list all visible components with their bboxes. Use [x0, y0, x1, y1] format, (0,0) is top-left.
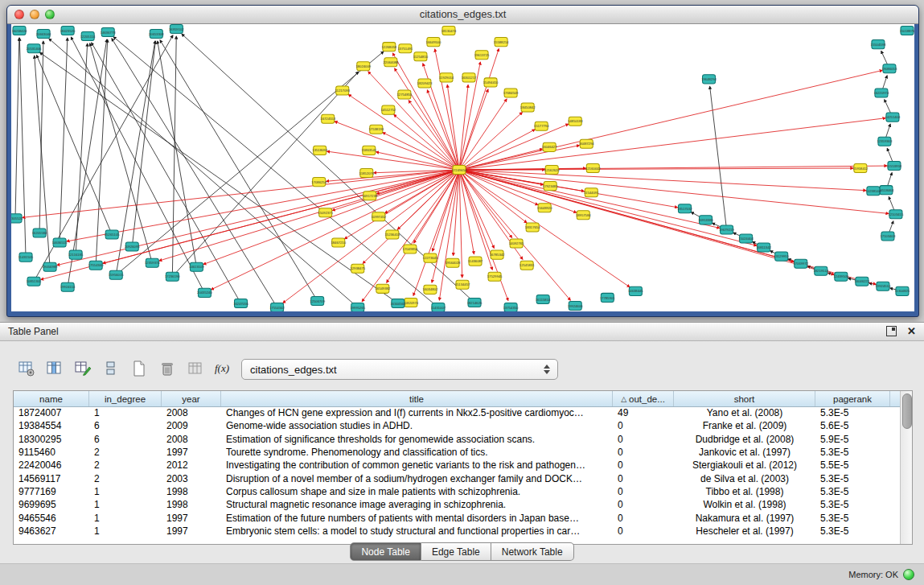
graph-node[interactable]: 11929014: [439, 73, 454, 82]
window-titlebar[interactable]: citations_edges.txt: [7, 6, 918, 24]
graph-node[interactable]: 19086053: [882, 64, 897, 73]
table-source-select[interactable]: citations_edges.txt: [241, 359, 558, 380]
graph-node[interactable]: 20531406: [27, 44, 42, 53]
graph-node[interactable]: 15018876: [900, 27, 914, 35]
graph-node[interactable]: 17529945: [487, 272, 503, 281]
graph-node[interactable]: 12359374: [145, 258, 160, 267]
graph-node[interactable]: 13518092: [312, 146, 327, 154]
graph-node[interactable]: 19564028: [446, 258, 461, 267]
graph-node[interactable]: 11431007: [431, 303, 446, 311]
graph-node[interactable]: 11852076: [359, 169, 375, 178]
graph-node[interactable]: 18450842: [520, 103, 536, 112]
graph-node[interactable]: 12545831: [519, 261, 535, 270]
graph-node[interactable]: 13129955: [774, 252, 789, 261]
graph-node[interactable]: 15092371: [318, 208, 333, 217]
graph-node[interactable]: 15863541: [361, 146, 376, 154]
graph-node[interactable]: 18214626: [467, 298, 483, 307]
graph-node[interactable]: 17554342: [269, 303, 285, 311]
graph-node[interactable]: 16953386: [698, 216, 713, 225]
graph-node[interactable]: 14613109: [189, 262, 204, 271]
graph-node[interactable]: 17103403: [881, 232, 896, 241]
graph-node[interactable]: 18130474: [441, 27, 457, 35]
graph-node[interactable]: 18957584: [576, 211, 591, 220]
network-canvas[interactable]: 1724965412162620160464271517779418450842…: [11, 24, 914, 311]
graph-node[interactable]: 12160442: [585, 163, 601, 172]
graph-node[interactable]: 18423520: [60, 27, 76, 35]
graph-node[interactable]: 17538193: [368, 125, 384, 134]
graph-node[interactable]: 15134457: [455, 280, 470, 289]
graph-node[interactable]: 20435240: [197, 288, 212, 297]
graph-node[interactable]: 14638445: [628, 286, 643, 295]
graph-node[interactable]: 16046427: [542, 142, 557, 151]
graph-node[interactable]: 25265105: [105, 230, 120, 239]
show-columns-icon[interactable]: [43, 356, 67, 381]
graph-node[interactable]: 16344560: [391, 299, 406, 307]
function-builder-icon[interactable]: f(x): [211, 356, 236, 381]
graph-node[interactable]: 15504598: [871, 40, 886, 49]
graph-node[interactable]: 11544091: [584, 188, 599, 197]
graph-node[interactable]: 16058424: [12, 27, 27, 35]
table-row[interactable]: 969969511998Structural magnetic resonanc…: [14, 498, 900, 511]
graph-node[interactable]: 16549382: [375, 284, 390, 293]
column-header-year[interactable]: year: [162, 391, 221, 406]
graph-node[interactable]: 12439505: [834, 272, 849, 281]
graph-node[interactable]: 15177794: [534, 122, 549, 130]
graph-node[interactable]: 17554340: [88, 261, 104, 270]
graph-node[interactable]: 16724553: [320, 114, 335, 123]
graph-node[interactable]: 16034802: [423, 285, 438, 294]
graph-node[interactable]: 18467210: [331, 238, 346, 247]
graph-node[interactable]: 14636778: [101, 28, 116, 37]
graph-node[interactable]: 11217093: [335, 86, 351, 95]
graph-node[interactable]: 12268058: [382, 43, 397, 51]
graph-node[interactable]: 17086254: [311, 178, 326, 187]
column-header-name[interactable]: name: [14, 391, 89, 406]
graph-node[interactable]: 12273645: [423, 253, 438, 262]
table-row[interactable]: 1456911722003Disruption of a novel membe…: [14, 472, 900, 484]
table-row[interactable]: 946554611997Estimation of the future num…: [14, 511, 900, 524]
graph-node[interactable]: 19679219: [719, 225, 734, 234]
close-panel-icon[interactable]: ✕: [906, 325, 918, 337]
table-panel-header[interactable]: Table Panel ✕: [0, 323, 924, 341]
graph-node[interactable]: 12103415: [889, 210, 904, 219]
table-row[interactable]: 2242004622012Investigating the contribut…: [14, 459, 900, 472]
table-scrollbar-thumb[interactable]: [902, 393, 912, 429]
graph-node[interactable]: 15958412: [853, 163, 869, 172]
table-mode-icon[interactable]: [14, 356, 39, 381]
graph-node[interactable]: 16487294: [579, 139, 594, 148]
tab-node-table[interactable]: Node Table: [350, 542, 421, 561]
graph-node[interactable]: 19648294: [701, 75, 717, 84]
table-row[interactable]: 1872400712008Changes of HCN gene express…: [14, 406, 900, 419]
graph-node[interactable]: 16518464: [879, 186, 894, 195]
graph-node[interactable]: 14636515: [52, 238, 68, 247]
graph-node[interactable]: 22064088: [384, 58, 399, 67]
graph-node[interactable]: 12116185: [68, 250, 84, 259]
column-header-out_de[interactable]: △out_de...: [613, 391, 674, 406]
graph-node[interactable]: 16811342: [756, 243, 771, 252]
graph-node[interactable]: 15648920: [537, 204, 552, 212]
row-options-icon[interactable]: [99, 356, 123, 381]
graph-node[interactable]: 16917239: [362, 192, 377, 200]
graph-node[interactable]: 17785901: [600, 293, 615, 302]
graph-node[interactable]: 19924114: [60, 282, 76, 291]
graph-node[interactable]: 19924510: [876, 282, 891, 290]
column-header-pagerank[interactable]: pagerank: [815, 391, 890, 406]
graph-node[interactable]: 20653308: [149, 30, 164, 39]
graph-node[interactable]: 16959102: [169, 25, 184, 34]
graph-node[interactable]: 12359363: [877, 137, 893, 146]
graph-node[interactable]: 15494410: [483, 78, 499, 87]
graph-node[interactable]: 14512752: [381, 105, 396, 114]
graph-node[interactable]: 17236190: [165, 272, 180, 281]
tab-edge-table[interactable]: Edge Table: [421, 542, 491, 561]
graph-node[interactable]: 11436087: [468, 257, 483, 266]
graph-node[interactable]: 10851301: [27, 277, 42, 286]
column-header-title[interactable]: title: [221, 391, 613, 406]
graph-node[interactable]: 18219514: [813, 266, 828, 275]
graph-node[interactable]: 11553958: [887, 161, 902, 170]
graph-node[interactable]: 11254810: [413, 52, 429, 61]
table-scrollbar[interactable]: [900, 391, 912, 544]
graph-node[interactable]: 15236410: [385, 230, 400, 239]
graph-node[interactable]: 12754851: [397, 90, 413, 99]
graph-node[interactable]: 19924606: [568, 301, 583, 310]
graph-node[interactable]: 17249654: [452, 165, 467, 174]
graph-node[interactable]: 12938475: [350, 264, 365, 273]
